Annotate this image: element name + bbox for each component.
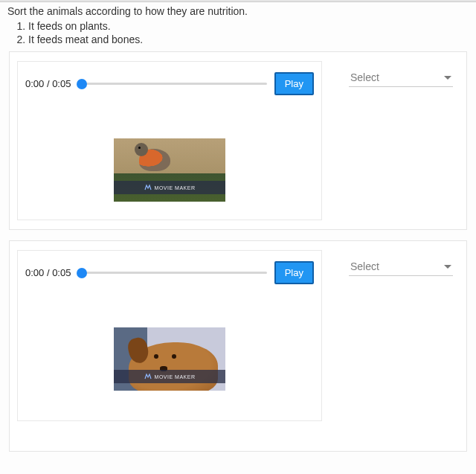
dog-illustration-eye [154, 354, 158, 359]
question-text: Sort the animals according to how they a… [0, 2, 476, 19]
options-list: It feeds on plants. It feeds meat and bo… [28, 20, 476, 45]
chevron-down-icon [444, 265, 451, 269]
movie-maker-icon [144, 373, 152, 380]
progress-slider[interactable] [78, 266, 266, 280]
slider-track [78, 83, 266, 85]
media-column: 0:00 / 0:05 Play MOVIE MAKER [17, 61, 322, 220]
time-display: 0:00 / 0:05 [25, 78, 71, 89]
option-1: It feeds on plants. [28, 20, 476, 32]
progress-slider[interactable] [78, 77, 266, 91]
category-select[interactable]: Select [349, 257, 453, 276]
slider-thumb[interactable] [77, 79, 87, 89]
slider-thumb[interactable] [77, 268, 87, 278]
bird-illustration-eye [138, 147, 141, 149]
select-column: Select [322, 250, 459, 421]
option-2: It feeds meat and bones. [28, 33, 476, 45]
dog-illustration-eye [172, 354, 176, 359]
item-card: 0:00 / 0:05 Play MOVIE MAKER Sele [9, 240, 467, 452]
media-controls: 0:00 / 0:05 Play [25, 261, 314, 284]
slider-track [78, 272, 266, 274]
bird-illustration-head [135, 143, 148, 156]
media-column: 0:00 / 0:05 Play MOVIE MAKER [17, 250, 322, 421]
watermark-text: MOVIE MAKER [155, 185, 196, 190]
select-placeholder: Select [350, 260, 379, 272]
time-display: 0:00 / 0:05 [25, 267, 71, 278]
watermark-bar: MOVIE MAKER [114, 370, 225, 383]
play-button[interactable]: Play [274, 72, 314, 95]
media-thumbnail-dog: MOVIE MAKER [114, 327, 225, 391]
item-card: 0:00 / 0:05 Play MOVIE MAKER Select [9, 51, 467, 230]
media-thumbnail-bird: MOVIE MAKER [114, 138, 225, 202]
watermark-bar: MOVIE MAKER [114, 181, 225, 194]
media-controls: 0:00 / 0:05 Play [25, 72, 314, 95]
watermark-text: MOVIE MAKER [155, 374, 196, 379]
select-column: Select [322, 61, 459, 220]
chevron-down-icon [444, 76, 451, 80]
movie-maker-icon [144, 184, 152, 191]
select-placeholder: Select [350, 71, 379, 83]
play-button[interactable]: Play [274, 261, 314, 284]
category-select[interactable]: Select [349, 68, 453, 87]
